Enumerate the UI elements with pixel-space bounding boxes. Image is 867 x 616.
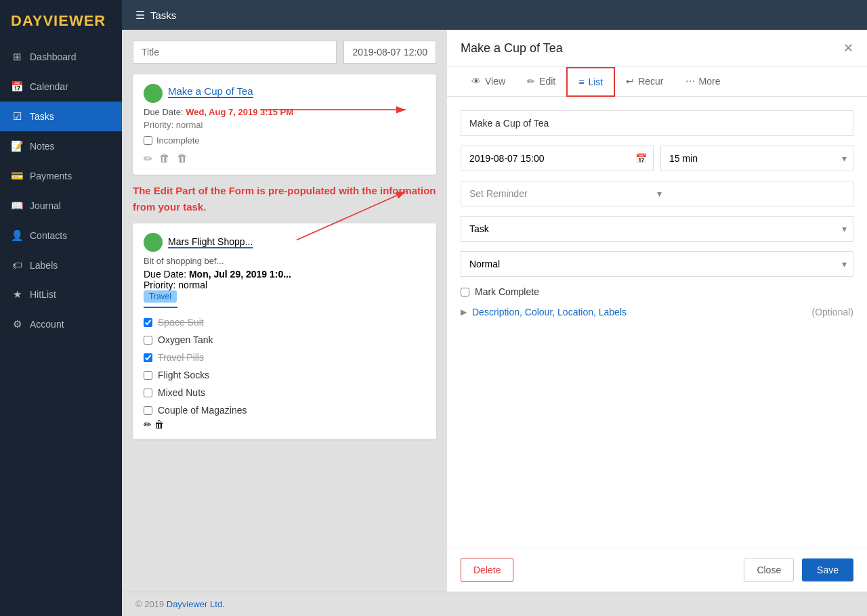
duration-select[interactable]: 15 min — [660, 146, 853, 171]
checklist-cb-1[interactable] — [144, 336, 152, 345]
title-search-input[interactable] — [133, 41, 337, 64]
date-filter[interactable]: 2019-08-07 12:00 — [343, 41, 436, 64]
sidebar-item-hitlist[interactable]: ★ HitList — [0, 280, 122, 309]
task1-title[interactable]: Make a Cup of Tea — [168, 85, 253, 98]
close-button[interactable]: Close — [744, 558, 794, 582]
menu-icon[interactable]: ☰ — [135, 9, 145, 22]
mark-complete-label: Mark Complete — [475, 286, 539, 297]
mark-complete-checkbox[interactable] — [461, 288, 469, 296]
sidebar-item-notes[interactable]: 📝 Notes — [0, 131, 122, 161]
save-button[interactable]: Save — [802, 558, 853, 581]
checklist: Space Suit Oxygen Tank Travel Pills Flig… — [144, 313, 425, 419]
right-panel: Make a Cup of Tea ✕ 👁 View ✏ Edit ≡ List — [447, 30, 867, 592]
checklist-cb-3[interactable] — [144, 371, 152, 380]
tab-recur-label: Recur — [638, 76, 663, 87]
footer-right-actions: Close Save — [744, 558, 853, 582]
task2-edit-icon[interactable]: ✏ — [144, 419, 152, 430]
priority-wrap: Normal ▾ — [461, 251, 853, 277]
date-duration-row: 📅 15 min ▾ — [461, 146, 853, 171]
tab-recur[interactable]: ↩ Recur — [615, 67, 674, 97]
edit-icon: ✏ — [527, 76, 535, 87]
task1-avatar — [144, 84, 163, 103]
tab-list[interactable]: ≡ List — [566, 67, 615, 97]
checklist-label-3: Flight Socks — [158, 370, 209, 380]
checklist-cb-5[interactable] — [144, 406, 152, 415]
mark-complete-row: Mark Complete — [461, 286, 853, 297]
tab-edit[interactable]: ✏ Edit — [516, 67, 566, 97]
sidebar-item-dashboard[interactable]: ⊞ Dashboard — [0, 42, 122, 72]
journal-icon: 📖 — [11, 200, 23, 212]
task1-due: Due Date: Wed, Aug 7, 2019 3:15 PM — [144, 107, 425, 117]
task-type-select[interactable]: Task — [461, 216, 853, 242]
optional-row[interactable]: ▶ Description, Colour, Location, Labels … — [461, 307, 853, 317]
checklist-item-3: Flight Socks — [144, 366, 425, 384]
checklist-cb-2[interactable] — [144, 353, 152, 362]
sidebar-label-dashboard: Dashboard — [30, 51, 77, 62]
list-icon: ≡ — [578, 76, 584, 87]
date-input[interactable] — [461, 146, 654, 171]
topbar: ☰ Tasks — [122, 0, 867, 30]
contacts-icon: 👤 — [11, 229, 23, 242]
account-icon: ⚙ — [11, 318, 23, 330]
sidebar-item-calendar[interactable]: 📅 Calendar — [0, 72, 122, 102]
sidebar-label-tasks: Tasks — [30, 111, 54, 122]
date-input-wrap: 📅 — [461, 146, 654, 171]
checklist-label-0: Space Suit — [158, 317, 204, 328]
task1-priority: Priority: normal — [144, 120, 425, 130]
footer: © 2019 Dayviewer Ltd. — [122, 592, 867, 616]
calendar-icon: 📅 — [635, 153, 647, 164]
task2-actions: ✏ 🗑 — [144, 419, 425, 430]
checklist-item-2: Travel Pills — [144, 349, 425, 366]
sidebar: DAYVIEWER ⊞ Dashboard 📅 Calendar ☑ Tasks… — [0, 0, 122, 616]
checklist-label-1: Oxygen Tank — [158, 334, 213, 345]
checklist-label-5: Couple of Magazines — [158, 405, 247, 416]
optional-chevron-icon: ▶ — [461, 307, 467, 317]
sidebar-label-calendar: Calendar — [30, 81, 68, 92]
sidebar-item-journal[interactable]: 📖 Journal — [0, 191, 122, 221]
sidebar-item-contacts[interactable]: 👤 Contacts — [0, 221, 122, 250]
task1-status: Incomplete — [144, 135, 425, 146]
task1-due-value: Wed, Aug 7, 2019 3:15 PM — [186, 107, 293, 117]
calendar-icon: 📅 — [11, 81, 23, 93]
tasks-icon: ☑ — [11, 110, 23, 123]
panel-close-button[interactable]: ✕ — [843, 41, 853, 56]
task1-trash-icon[interactable]: 🗑 — [177, 152, 188, 165]
topbar-title: Tasks — [150, 9, 176, 21]
task-name-input[interactable] — [461, 110, 853, 136]
task2-title[interactable]: Mars Flight Shopp... — [168, 236, 253, 248]
tab-view[interactable]: 👁 View — [461, 67, 516, 97]
task1-edit-icon[interactable]: ✏ — [144, 152, 152, 165]
sidebar-label-journal: Journal — [30, 200, 61, 211]
labels-icon: 🏷 — [11, 259, 23, 271]
task1-status-label: Incomplete — [156, 135, 200, 146]
task2-due-label: Due Date: — [144, 269, 189, 280]
task1-delete-icon[interactable]: 🗑 — [159, 152, 170, 165]
sidebar-label-hitlist: HitList — [30, 289, 56, 300]
delete-button[interactable]: Delete — [461, 558, 513, 582]
sidebar-item-payments[interactable]: 💳 Payments — [0, 161, 122, 191]
task1-complete-checkbox[interactable] — [144, 136, 152, 145]
reminder-chevron-icon: ▾ — [657, 188, 845, 199]
reminder-placeholder: Set Reminder — [469, 188, 657, 199]
recur-icon: ↩ — [626, 76, 634, 87]
task1-actions: ✏ 🗑 🗑 — [144, 152, 425, 165]
tab-more[interactable]: ⋯ More — [675, 67, 732, 97]
task2-tag: Travel — [144, 290, 177, 303]
checklist-cb-0[interactable] — [144, 318, 152, 327]
content-area: 2019-08-07 12:00 Make a Cup of Tea Due D… — [122, 30, 867, 592]
hitlist-icon: ★ — [11, 288, 23, 301]
footer-link[interactable]: Dayviewer Ltd. — [167, 599, 225, 609]
tasks-list-area: 2019-08-07 12:00 Make a Cup of Tea Due D… — [122, 30, 447, 592]
payments-icon: 💳 — [11, 170, 23, 182]
sidebar-item-labels[interactable]: 🏷 Labels — [0, 250, 122, 280]
checklist-cb-4[interactable] — [144, 389, 152, 397]
task2-avatar — [144, 233, 163, 252]
priority-select[interactable]: Normal — [461, 251, 853, 277]
duration-select-wrap: 15 min ▾ — [660, 146, 853, 171]
sidebar-item-tasks[interactable]: ☑ Tasks — [0, 102, 122, 131]
task-name-field — [461, 110, 853, 136]
sidebar-item-account[interactable]: ⚙ Account — [0, 309, 122, 339]
task2-delete-icon[interactable]: 🗑 — [154, 419, 164, 430]
promo-text: The Edit Part of the Form is pre-populat… — [133, 183, 436, 215]
optional-link[interactable]: Description, Colour, Location, Labels — [472, 307, 627, 317]
